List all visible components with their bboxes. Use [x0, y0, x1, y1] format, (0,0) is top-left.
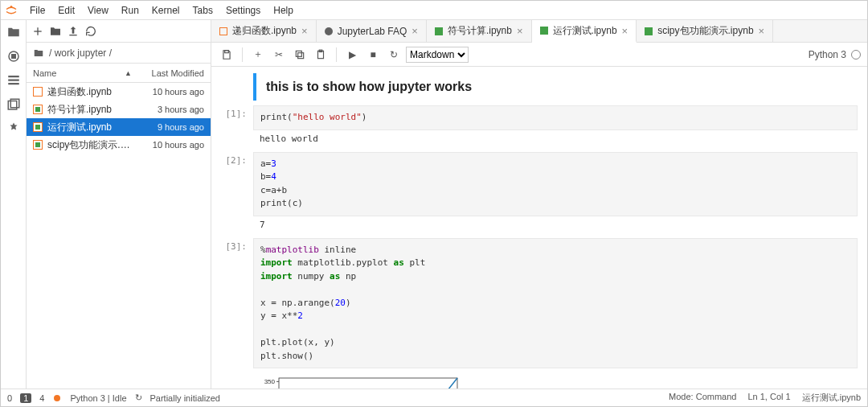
- status-kernel[interactable]: Python 3 | Idle: [70, 393, 126, 403]
- menu-kernel[interactable]: Kernel: [145, 3, 186, 18]
- status-mode[interactable]: Mode: Command: [669, 392, 736, 404]
- notebook-icon: [33, 140, 43, 150]
- folder-icon[interactable]: [6, 25, 21, 39]
- run-icon[interactable]: ▶: [343, 46, 361, 64]
- menu-edit[interactable]: Edit: [51, 3, 81, 18]
- menu-tabs[interactable]: Tabs: [186, 3, 219, 18]
- notebook-toolbar: ＋ ✂ ▶ ■ ↻ Markdown Python 3: [211, 43, 867, 67]
- menu-settings[interactable]: Settings: [219, 3, 267, 18]
- tab[interactable]: JupyterLab FAQ×: [317, 20, 427, 42]
- file-row[interactable]: scipy包功能演示.ipynb10 hours ago: [27, 136, 211, 154]
- menu-help[interactable]: Help: [267, 3, 300, 18]
- markdown-cell[interactable]: this is to show how jupyter works: [221, 73, 858, 101]
- code-cell[interactable]: [3]: %matplotlib inline import matplotli…: [221, 238, 858, 389]
- status-filename[interactable]: 运行测试.ipynb: [802, 392, 861, 404]
- file-list-header[interactable]: Name ▲ Last Modified: [27, 64, 211, 83]
- file-row[interactable]: 符号计算.ipynb3 hours ago: [27, 101, 211, 118]
- status-counter[interactable]: 4: [39, 393, 44, 403]
- svg-rect-14: [279, 378, 457, 388]
- breadcrumb-path: / work jupyter /: [49, 47, 112, 59]
- breadcrumb[interactable]: / work jupyter /: [27, 43, 211, 64]
- sort-caret-icon: ▲: [125, 69, 132, 77]
- extension-icon[interactable]: [6, 121, 21, 136]
- tab[interactable]: scipy包功能演示.ipynb×: [637, 20, 773, 42]
- doc-icon: [325, 27, 333, 35]
- separator: [336, 47, 337, 62]
- commands-icon[interactable]: [6, 73, 21, 88]
- code-input[interactable]: a=3 b=4 c=a+b print(c): [253, 152, 858, 216]
- close-icon[interactable]: ×: [517, 25, 523, 37]
- main-area: / work jupyter / Name ▲ Last Modified 递归…: [1, 20, 867, 388]
- col-modified: Last Modified: [132, 68, 204, 78]
- svg-text:350: 350: [264, 378, 276, 385]
- cell-prompt: [221, 73, 253, 101]
- cut-icon[interactable]: ✂: [270, 46, 288, 64]
- upload-icon[interactable]: [67, 25, 80, 38]
- svg-rect-5: [8, 83, 19, 84]
- code-output: hello world: [253, 130, 858, 147]
- menu-view[interactable]: View: [81, 3, 115, 18]
- jupyter-logo-icon: [4, 3, 18, 18]
- paste-icon[interactable]: [312, 46, 330, 64]
- close-icon[interactable]: ×: [411, 25, 418, 37]
- kernel-dot-icon: [52, 393, 62, 403]
- copy-icon[interactable]: [291, 46, 309, 64]
- svg-rect-8: [69, 35, 76, 35]
- add-cell-icon[interactable]: ＋: [249, 46, 267, 64]
- file-name: 符号计算.ipynb: [47, 103, 132, 117]
- code-input[interactable]: %matplotlib inline import matplotlib.pyp…: [253, 238, 858, 369]
- tabs-icon[interactable]: [6, 97, 21, 112]
- svg-rect-3: [8, 76, 19, 77]
- running-icon[interactable]: [6, 49, 21, 64]
- file-modified: 10 hours ago: [132, 140, 204, 150]
- file-name: 运行测试.ipynb: [47, 121, 132, 134]
- kernel-indicator[interactable]: Python 3: [809, 49, 861, 60]
- notebook-icon: [645, 27, 653, 35]
- code-cell[interactable]: [2]: a=3 b=4 c=a+b print(c) 7: [221, 152, 858, 233]
- code-cell[interactable]: [1]: print("hello world") hello world: [221, 105, 858, 147]
- refresh-icon[interactable]: [84, 25, 97, 38]
- svg-rect-11: [296, 51, 301, 56]
- notebook-icon: [219, 27, 227, 35]
- file-browser: / work jupyter / Name ▲ Last Modified 递归…: [27, 20, 211, 388]
- status-counter[interactable]: 0: [7, 393, 12, 403]
- close-icon[interactable]: ×: [622, 25, 628, 37]
- notebook-icon: [33, 105, 43, 114]
- tab[interactable]: 递归函数.ipynb×: [211, 20, 317, 42]
- tab-label: scipy包功能演示.ipynb: [657, 24, 753, 38]
- app-root: FileEditViewRunKernelTabsSettingsHelp / …: [0, 0, 868, 407]
- svg-rect-2: [11, 55, 15, 59]
- restart-icon[interactable]: ↻: [385, 46, 403, 64]
- status-cursor[interactable]: Ln 1, Col 1: [747, 392, 790, 404]
- new-folder-icon[interactable]: [49, 25, 62, 38]
- new-launcher-icon[interactable]: [31, 25, 44, 38]
- cell-type-select[interactable]: Markdown: [406, 47, 469, 63]
- stop-icon[interactable]: ■: [364, 46, 382, 64]
- line-chart: 0501001502002503003500.02.55.07.510.012.…: [253, 373, 462, 388]
- tab[interactable]: 符号计算.ipynb×: [427, 20, 532, 42]
- cell-prompt: [2]:: [221, 152, 253, 233]
- file-name: 递归函数.ipynb: [47, 85, 132, 99]
- file-row[interactable]: 运行测试.ipynb9 hours ago: [27, 118, 211, 136]
- close-icon[interactable]: ×: [301, 25, 308, 37]
- notebook[interactable]: this is to show how jupyter works [1]: p…: [211, 67, 867, 388]
- status-counter[interactable]: 1: [20, 393, 31, 403]
- file-modified: 10 hours ago: [132, 87, 204, 97]
- notebook-icon: [33, 87, 43, 97]
- menu-run[interactable]: Run: [115, 3, 145, 18]
- close-icon[interactable]: ×: [759, 25, 765, 37]
- file-row[interactable]: 递归函数.ipynb10 hours ago: [27, 83, 211, 101]
- status-bar: 0 1 4 Python 3 | Idle ↻ Partially initia…: [1, 388, 867, 406]
- tab[interactable]: 运行测试.ipynb×: [532, 20, 637, 43]
- status-init: Partially initialized: [150, 393, 220, 403]
- code-input[interactable]: print("hello world"): [253, 105, 858, 130]
- editor-area: 递归函数.ipynb×JupyterLab FAQ×符号计算.ipynb×运行测…: [211, 20, 867, 388]
- menu-file[interactable]: File: [23, 3, 51, 18]
- status-refresh-icon[interactable]: ↻: [135, 393, 142, 403]
- tab-label: 符号计算.ipynb: [448, 24, 512, 38]
- tab-label: JupyterLab FAQ: [338, 26, 407, 37]
- save-icon[interactable]: [218, 46, 235, 64]
- tab-bar: 递归函数.ipynb×JupyterLab FAQ×符号计算.ipynb×运行测…: [211, 20, 867, 43]
- svg-rect-4: [8, 80, 19, 81]
- tab-label: 递归函数.ipynb: [232, 24, 297, 38]
